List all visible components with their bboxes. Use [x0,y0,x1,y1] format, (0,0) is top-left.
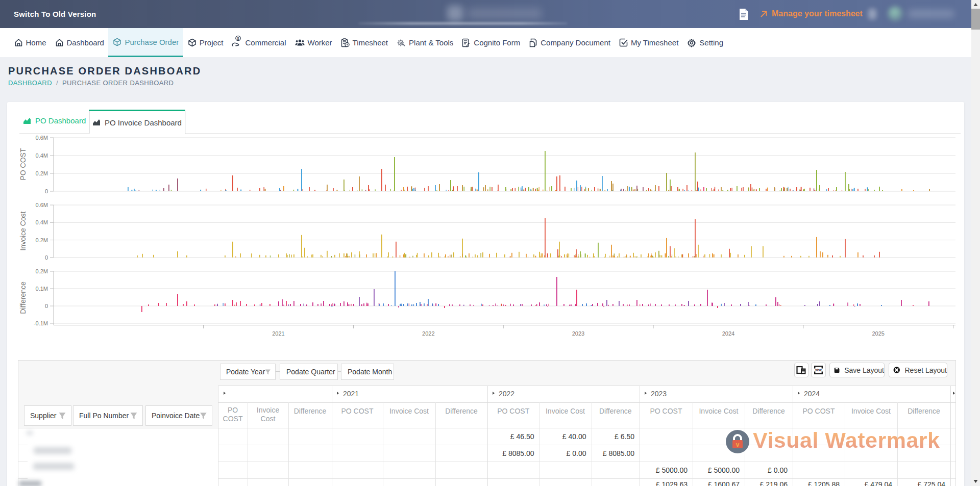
svg-text:0: 0 [45,254,48,261]
svg-text:2021: 2021 [272,330,284,337]
svg-text:Difference: Difference [19,282,27,314]
svg-text:v: v [736,441,740,448]
svg-text:2022: 2022 [422,330,434,337]
svg-text:Invoice Cost: Invoice Cost [19,211,27,250]
svg-text:0.2M: 0.2M [36,170,48,176]
svg-text:0.4M: 0.4M [36,152,48,159]
svg-text:0: 0 [45,188,48,194]
svg-text:0.6M: 0.6M [36,202,48,208]
svg-text:0: 0 [45,303,48,309]
svg-text:-0.1M: -0.1M [34,320,48,326]
svg-text:0.2M: 0.2M [36,268,48,274]
svg-text:0.1M: 0.1M [36,286,48,292]
svg-text:xlsx: xlsx [815,368,822,372]
svg-text:2025: 2025 [872,330,884,337]
svg-text:0.6M: 0.6M [36,135,48,141]
svg-text:PO COST: PO COST [19,148,27,180]
svg-text:2023: 2023 [572,330,584,337]
svg-text:2024: 2024 [722,330,734,337]
svg-text:0.4M: 0.4M [36,219,48,225]
svg-text:0.2M: 0.2M [36,237,48,243]
